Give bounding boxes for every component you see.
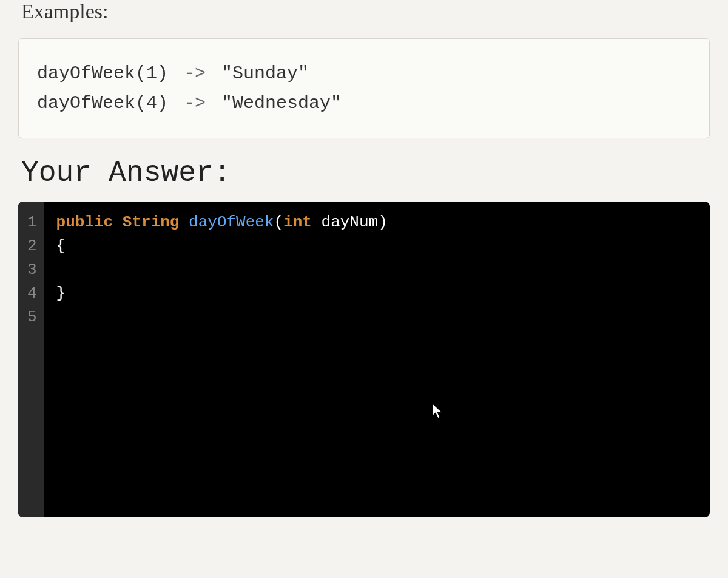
close-paren: ) xyxy=(378,213,388,231)
line-number: 1 xyxy=(27,211,37,234)
example-result: "Sunday" xyxy=(221,63,309,84)
example-result: "Wednesday" xyxy=(221,93,342,114)
close-brace: } xyxy=(56,284,66,302)
line-number: 4 xyxy=(27,282,37,305)
line-number-gutter: 1 2 3 4 5 xyxy=(18,202,44,517)
code-line: } xyxy=(56,282,698,305)
your-answer-heading: Your Answer: xyxy=(21,157,710,189)
example-call: dayOfWeek(1) xyxy=(37,63,168,84)
code-line: { xyxy=(56,234,698,258)
code-text-area[interactable]: public String dayOfWeek(int dayNum) { } xyxy=(44,202,710,517)
example-arrow: -> xyxy=(184,93,206,114)
code-line xyxy=(56,305,698,329)
example-line: dayOfWeek(4) -> "Wednesday" xyxy=(37,93,691,114)
example-line: dayOfWeek(1) -> "Sunday" xyxy=(37,63,691,84)
param-name: dayNum xyxy=(322,213,379,231)
example-call: dayOfWeek(4) xyxy=(37,93,168,114)
code-line: public String dayOfWeek(int dayNum) xyxy=(56,211,698,234)
line-number: 2 xyxy=(27,234,37,258)
code-editor[interactable]: 1 2 3 4 5 public String dayOfWeek(int da… xyxy=(18,202,710,517)
examples-box: dayOfWeek(1) -> "Sunday" dayOfWeek(4) ->… xyxy=(18,38,710,138)
line-number: 5 xyxy=(27,305,37,329)
line-number: 3 xyxy=(27,258,37,282)
open-brace: { xyxy=(56,237,66,255)
keyword-type: String xyxy=(123,213,180,231)
keyword-int: int xyxy=(283,213,312,231)
method-name: dayOfWeek xyxy=(189,213,274,231)
examples-heading: Examples: xyxy=(21,0,710,23)
code-line xyxy=(56,258,698,282)
example-arrow: -> xyxy=(184,63,206,84)
open-paren: ( xyxy=(274,213,284,231)
keyword-public: public xyxy=(56,213,113,231)
